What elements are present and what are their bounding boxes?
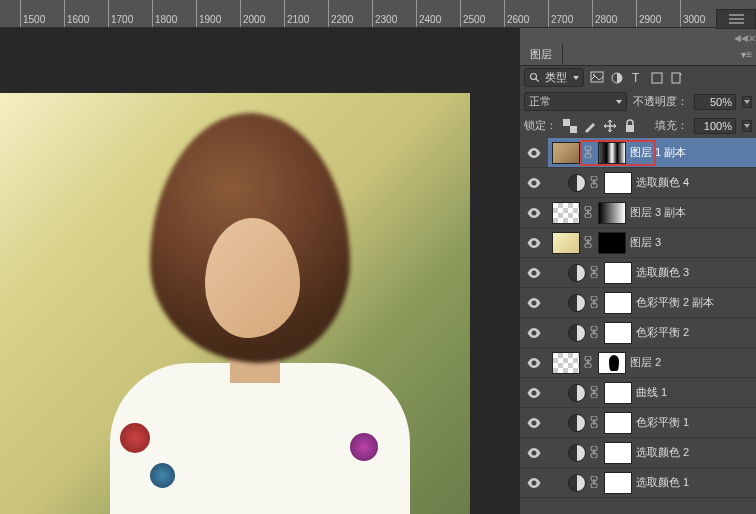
layer-name-label[interactable]: 图层 3: [630, 235, 661, 250]
layer-row[interactable]: 选取颜色 1: [520, 468, 756, 498]
link-icon[interactable]: [590, 176, 600, 190]
layer-content[interactable]: 曲线 1: [548, 378, 756, 407]
tab-layers[interactable]: 图层: [520, 44, 563, 65]
lock-transparency-icon[interactable]: [563, 119, 577, 133]
visibility-toggle[interactable]: [520, 208, 548, 218]
layer-row[interactable]: 选取颜色 4: [520, 168, 756, 198]
visibility-toggle[interactable]: [520, 388, 548, 398]
layer-name-label[interactable]: 选取颜色 1: [636, 475, 689, 490]
adjustment-thumb-icon[interactable]: [568, 294, 586, 312]
link-icon[interactable]: [584, 356, 594, 370]
fill-flyout-icon[interactable]: [742, 120, 752, 132]
link-icon[interactable]: [584, 236, 594, 250]
layer-row[interactable]: 曲线 1: [520, 378, 756, 408]
layer-thumbnail[interactable]: [552, 232, 580, 254]
link-icon[interactable]: [590, 416, 600, 430]
layer-content[interactable]: 图层 2: [548, 348, 756, 377]
layer-mask-thumbnail[interactable]: [604, 292, 632, 314]
layer-content[interactable]: 图层 3: [548, 228, 756, 257]
filter-type-dropdown[interactable]: 类型: [524, 68, 584, 87]
visibility-toggle[interactable]: [520, 358, 548, 368]
link-icon[interactable]: [590, 266, 600, 280]
layer-mask-thumbnail[interactable]: [598, 202, 626, 224]
link-icon[interactable]: [584, 146, 594, 160]
lock-position-icon[interactable]: [603, 119, 617, 133]
layer-name-label[interactable]: 图层 3 副本: [630, 205, 686, 220]
visibility-toggle[interactable]: [520, 478, 548, 488]
layer-mask-thumbnail[interactable]: [598, 232, 626, 254]
layer-name-label[interactable]: 选取颜色 4: [636, 175, 689, 190]
visibility-toggle[interactable]: [520, 418, 548, 428]
layer-row[interactable]: 选取颜色 3: [520, 258, 756, 288]
visibility-toggle[interactable]: [520, 298, 548, 308]
canvas-area[interactable]: 7gps.com 七哥论坛: [0, 28, 520, 514]
layer-mask-thumbnail[interactable]: [598, 142, 626, 164]
layer-name-label[interactable]: 选取颜色 3: [636, 265, 689, 280]
layer-content[interactable]: 色彩平衡 2: [548, 318, 756, 347]
link-icon[interactable]: [584, 206, 594, 220]
panel-menu-icon[interactable]: ▾≡: [741, 49, 752, 60]
link-icon[interactable]: [590, 326, 600, 340]
close-panel-icon[interactable]: ✕: [748, 33, 756, 44]
layer-content[interactable]: 选取颜色 3: [548, 258, 756, 287]
opacity-input[interactable]: [694, 94, 736, 110]
visibility-toggle[interactable]: [520, 448, 548, 458]
layer-row[interactable]: 图层 3 副本: [520, 198, 756, 228]
visibility-toggle[interactable]: [520, 238, 548, 248]
layer-content[interactable]: 图层 1 副本: [548, 138, 756, 167]
lock-pixels-icon[interactable]: [583, 119, 597, 133]
layer-content[interactable]: 色彩平衡 2 副本: [548, 288, 756, 317]
link-icon[interactable]: [590, 446, 600, 460]
blend-mode-dropdown[interactable]: 正常: [524, 92, 627, 111]
adjustment-thumb-icon[interactable]: [568, 264, 586, 282]
layer-row[interactable]: 选取颜色 2: [520, 438, 756, 468]
layer-mask-thumbnail[interactable]: [604, 322, 632, 344]
adjustment-thumb-icon[interactable]: [568, 324, 586, 342]
layer-mask-thumbnail[interactable]: [604, 262, 632, 284]
layer-mask-thumbnail[interactable]: [604, 472, 632, 494]
lock-all-icon[interactable]: [623, 119, 637, 133]
layer-row[interactable]: 图层 2: [520, 348, 756, 378]
opacity-flyout-icon[interactable]: [742, 96, 752, 108]
layer-mask-thumbnail[interactable]: [598, 352, 626, 374]
link-icon[interactable]: [590, 476, 600, 490]
filter-adjustment-icon[interactable]: [610, 71, 624, 85]
panel-dock-handle[interactable]: [716, 9, 756, 29]
layer-mask-thumbnail[interactable]: [604, 412, 632, 434]
layer-row[interactable]: 色彩平衡 1: [520, 408, 756, 438]
adjustment-thumb-icon[interactable]: [568, 384, 586, 402]
visibility-toggle[interactable]: [520, 328, 548, 338]
layer-row[interactable]: 图层 1 副本: [520, 138, 756, 168]
layer-name-label[interactable]: 色彩平衡 2 副本: [636, 295, 714, 310]
layer-name-label[interactable]: 选取颜色 2: [636, 445, 689, 460]
layer-name-label[interactable]: 曲线 1: [636, 385, 667, 400]
filter-pixel-icon[interactable]: [590, 71, 604, 85]
layer-row[interactable]: 色彩平衡 2 副本: [520, 288, 756, 318]
layer-list[interactable]: 图层 1 副本选取颜色 4图层 3 副本图层 3选取颜色 3色彩平衡 2 副本色…: [520, 138, 756, 514]
filter-type-text-icon[interactable]: T: [630, 71, 644, 85]
layer-content[interactable]: 选取颜色 2: [548, 438, 756, 467]
layer-mask-thumbnail[interactable]: [604, 442, 632, 464]
adjustment-thumb-icon[interactable]: [568, 474, 586, 492]
visibility-toggle[interactable]: [520, 268, 548, 278]
collapse-arrow-icon[interactable]: ◀◀: [734, 33, 748, 43]
visibility-toggle[interactable]: [520, 148, 548, 158]
adjustment-thumb-icon[interactable]: [568, 444, 586, 462]
visibility-toggle[interactable]: [520, 178, 548, 188]
link-icon[interactable]: [590, 386, 600, 400]
adjustment-thumb-icon[interactable]: [568, 174, 586, 192]
layer-name-label[interactable]: 图层 1 副本: [630, 145, 686, 160]
filter-smart-icon[interactable]: [670, 71, 684, 85]
adjustment-thumb-icon[interactable]: [568, 414, 586, 432]
layer-thumbnail[interactable]: [552, 352, 580, 374]
layer-mask-thumbnail[interactable]: [604, 382, 632, 404]
layer-thumbnail[interactable]: [552, 202, 580, 224]
layer-content[interactable]: 选取颜色 4: [548, 168, 756, 197]
link-icon[interactable]: [590, 296, 600, 310]
layer-content[interactable]: 色彩平衡 1: [548, 408, 756, 437]
document-canvas[interactable]: 7gps.com 七哥论坛: [0, 93, 470, 514]
layer-content[interactable]: 图层 3 副本: [548, 198, 756, 227]
layer-name-label[interactable]: 色彩平衡 1: [636, 415, 689, 430]
layer-content[interactable]: 选取颜色 1: [548, 468, 756, 497]
filter-shape-icon[interactable]: [650, 71, 664, 85]
